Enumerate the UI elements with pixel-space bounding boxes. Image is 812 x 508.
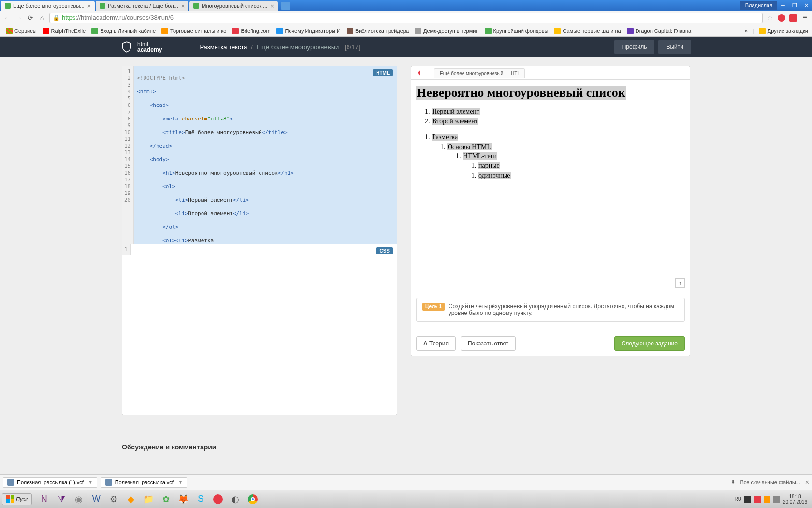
app-icon[interactable]: ⚙	[106, 492, 121, 507]
download-item[interactable]: Полезная_рассылка (1).vcf ▼	[3, 477, 97, 488]
logout-button[interactable]: Выйти	[658, 40, 691, 54]
explorer-icon[interactable]: 📁	[141, 492, 156, 507]
profile-button[interactable]: Профиль	[614, 40, 655, 54]
tray-icon[interactable]	[754, 496, 761, 503]
chrome-icon[interactable]	[245, 492, 261, 507]
visualstudio-icon[interactable]: ⧩	[54, 492, 69, 507]
start-button[interactable]: Пуск	[2, 493, 32, 505]
youtube-icon	[43, 28, 49, 34]
logo[interactable]: html academy	[111, 40, 171, 54]
close-icon[interactable]: ×	[181, 2, 185, 10]
css-badge: CSS	[376, 247, 393, 254]
preview-list-1: Первый элемент Второй элемент	[416, 107, 685, 126]
forward-icon[interactable]: →	[14, 14, 23, 22]
app-icon[interactable]: ◆	[123, 492, 139, 507]
browser-tab-3[interactable]: Многоуровневый список ... ×	[189, 1, 278, 11]
window-titlebar: Ещё более многоуровневы... × Разметка те…	[0, 0, 812, 11]
firefox-icon[interactable]: 🦊	[175, 492, 191, 507]
folder-icon	[759, 28, 766, 34]
breadcrumb-task: Ещё более многоуровневый	[256, 44, 339, 51]
preview-tab[interactable]: Ещё более многоуровневый — HTI	[434, 68, 525, 78]
close-icon[interactable]: ×	[270, 2, 274, 10]
opera-icon[interactable]	[210, 492, 226, 507]
bookmark-item[interactable]: Демо-доступ в термин	[413, 28, 480, 34]
chevron-down-icon[interactable]: ▼	[178, 480, 183, 485]
lock-icon: 🔒	[53, 15, 60, 21]
chevron-down-icon[interactable]: ▼	[88, 480, 93, 485]
bookmark-item[interactable]: Торговые сигналы и ко	[160, 28, 228, 34]
reload-icon[interactable]: ⟳	[26, 14, 35, 22]
close-icon[interactable]: ×	[87, 2, 91, 10]
scroll-top-icon[interactable]: ↑	[675, 278, 685, 288]
site-icon	[485, 28, 492, 34]
url-input[interactable]: 🔒 https://htmlacademy.ru/courses/38/run/…	[49, 13, 763, 23]
bookmarks-bar: Сервисы RalphTheExile Вход в Личный каби…	[0, 25, 812, 37]
favicon-icon	[193, 3, 199, 9]
close-icon[interactable]: ×	[805, 478, 809, 486]
url-host: ://htmlacademy.ru	[75, 14, 125, 21]
site-icon	[347, 28, 353, 34]
css-editor[interactable]: CSS 1	[122, 244, 397, 415]
header-actions: Профиль Выйти	[614, 40, 691, 54]
html-badge: HTML	[373, 69, 393, 76]
preview-list-2: Разметка Основы HTML HTML-теги парные од…	[416, 133, 685, 180]
save-extension-icon[interactable]	[789, 14, 798, 22]
tray-icon[interactable]	[764, 496, 770, 503]
bookmarks-more-icon[interactable]: »	[745, 28, 748, 34]
icq-icon[interactable]: ✿	[158, 492, 174, 507]
bookmark-star-icon[interactable]: ☆	[766, 14, 774, 22]
opera-extension-icon[interactable]	[777, 14, 786, 22]
new-tab-button[interactable]	[281, 2, 290, 10]
site-icon	[627, 28, 634, 34]
home-icon[interactable]: ⌂	[38, 14, 46, 22]
maximize-icon[interactable]: ❐	[789, 1, 800, 10]
clock[interactable]: 18:18 20.07.2016	[783, 494, 807, 505]
bookmark-item[interactable]: Dragon Capital: Главна	[625, 28, 693, 34]
site-icon	[91, 28, 98, 34]
apps-button[interactable]: Сервисы	[4, 28, 39, 34]
bookmark-item[interactable]: Почему Индикаторы И	[275, 28, 343, 34]
word-icon[interactable]: W	[88, 492, 104, 507]
site-header: html academy Разметка текста / Ещё более…	[0, 37, 812, 57]
goal-badge: Цель 1	[422, 303, 445, 311]
browser-tabs: Ещё более многоуровневы... × Разметка те…	[0, 0, 290, 11]
next-task-button[interactable]: Следующее задание	[614, 336, 685, 351]
onenote-icon[interactable]: N	[36, 492, 52, 507]
bookmark-item[interactable]: Briefing.com	[230, 28, 272, 34]
app-icon[interactable]: ◐	[228, 492, 243, 507]
browser-tab-1[interactable]: Ещё более многоуровневы... ×	[1, 1, 95, 11]
theory-button[interactable]: A Теория	[416, 336, 456, 351]
discussion-heading: Обсуждение и комментарии	[122, 443, 690, 451]
media-icon[interactable]: ◉	[71, 492, 87, 507]
language-indicator[interactable]: RU	[734, 496, 741, 502]
url-path: /courses/38/run/6	[125, 14, 174, 21]
download-arrow-icon: ⬇	[731, 479, 735, 485]
window-close-icon[interactable]: ✕	[800, 1, 812, 10]
skype-icon[interactable]: S	[193, 492, 208, 507]
tab-label: Разметка текста / Ещё бол...	[108, 3, 178, 9]
code-area[interactable]	[131, 244, 397, 255]
show-answer-button[interactable]: Показать ответ	[461, 336, 516, 351]
breadcrumb-course[interactable]: Разметка текста	[200, 44, 247, 51]
minimize-icon[interactable]: ─	[777, 1, 789, 10]
tray-icon[interactable]	[744, 496, 751, 503]
preview-tab-bar: Ещё более многоуровневый — HTI	[411, 66, 690, 80]
goal-box: Цель 1 Создайте четырёхуровневый упорядо…	[416, 298, 685, 322]
all-downloads-link[interactable]: Все скачанные файлы...	[740, 479, 800, 485]
site-icon	[232, 28, 239, 34]
bookmark-item[interactable]: Крупнейший фондовы	[483, 28, 551, 34]
other-bookmarks[interactable]: Другие закладки	[768, 28, 808, 34]
tray-icon[interactable]	[773, 496, 780, 503]
address-bar: ← → ⟳ ⌂ 🔒 https://htmlacademy.ru/courses…	[0, 11, 812, 25]
bookmark-item[interactable]: Вход в Личный кабине	[89, 28, 158, 34]
chrome-user-button[interactable]: Владислав	[740, 1, 777, 10]
chrome-menu-icon[interactable]: ≡	[800, 14, 809, 22]
bookmark-item[interactable]: RalphTheExile	[41, 28, 88, 34]
html-editor[interactable]: HTML 1234567891011121314151617181920 <!D…	[122, 66, 397, 237]
bookmark-item[interactable]: Библиотека трейдера	[345, 28, 411, 34]
browser-tab-2[interactable]: Разметка текста / Ещё бол... ×	[96, 1, 188, 11]
bookmark-item[interactable]: Самые первые шаги на	[552, 28, 623, 34]
back-icon[interactable]: ←	[3, 14, 12, 22]
main-content: HTML 1234567891011121314151617181920 <!D…	[0, 57, 812, 424]
download-item[interactable]: Полезная_рассылка.vcf ▼	[101, 477, 187, 488]
